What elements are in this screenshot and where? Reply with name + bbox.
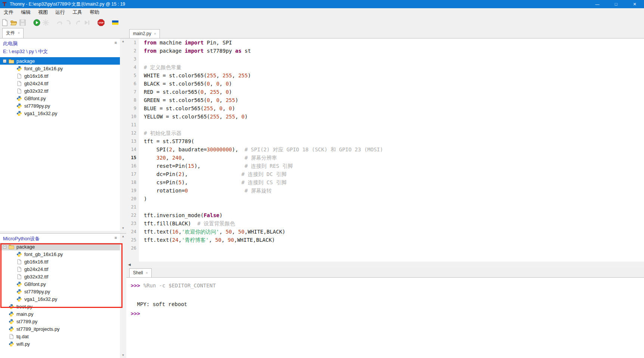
editor-line[interactable]: 2 from package import st7789py as st [126,47,644,55]
title-bar: Thonny - E:\esp32\py\st7789中文显示\main2.py… [0,0,644,8]
files-scrollbar[interactable]: ▲ ▼ [120,38,126,231]
menu-icon[interactable]: ≡ [115,235,117,240]
python-icon [9,304,14,309]
editor-line[interactable]: 6 BLACK = st.color565(0, 0, 0) [126,80,644,88]
line-number: 8 [126,96,139,104]
tree-row[interactable]: boot.py [0,303,120,310]
tree-row[interactable]: gb16x16.ttf [0,258,120,265]
editor-line[interactable]: 9 BLUE = st.color565(255, 0, 0) [126,104,644,112]
scroll-down-icon[interactable]: ▼ [122,354,125,357]
tree-row[interactable]: vga1_16x32.py [0,109,120,117]
ukraine-flag-button[interactable] [111,18,120,27]
tree-row[interactable]: main.py [0,310,120,318]
editor-line[interactable]: 20 ) [126,195,644,203]
this-computer-link[interactable]: 此电脑 [3,41,18,46]
tree-row[interactable]: vga1_16x32.py [0,295,120,303]
tree-row[interactable]: st7789py.py [0,288,120,295]
python-icon [9,311,14,317]
device-scrollbar[interactable]: ▲ ▼ [120,234,126,358]
maximize-button[interactable]: □ [607,0,625,8]
tree-row[interactable]: gb32x32.ttf [0,273,120,280]
step-over-button [55,18,64,27]
editor-line[interactable]: 11 [126,121,644,129]
collapse-icon[interactable] [3,245,6,249]
tab-shell[interactable]: Shell × [129,268,152,277]
menu-item-1[interactable]: 编辑 [17,8,34,16]
menu-item-5[interactable]: 帮助 [86,8,103,16]
scroll-up-icon[interactable]: ▲ [122,40,125,43]
editor-line[interactable]: 16 reset=Pin(15), # 连接到 RES 引脚 [126,162,644,170]
tree-row[interactable]: GBfont.py [0,95,120,102]
scroll-down-icon[interactable]: ▼ [122,226,125,230]
editor-line[interactable]: 14 SPI(2, baudrate=30000000), # SPI(2) 对… [126,145,644,154]
tab-files[interactable]: 文件 × [2,28,24,38]
editor-line[interactable]: 15 320, 240, # 屏幕分辨率 [126,154,644,162]
editor-line[interactable]: 3 [126,55,644,63]
file-icon [16,73,22,79]
line-number: 4 [126,63,139,71]
run-button[interactable] [32,18,41,27]
tree-row[interactable]: tq.dat [0,333,120,340]
window-controls: —□✕ [588,0,644,8]
editor-line[interactable]: 8 GREEN = st.color565(0, 0, 255) [126,96,644,104]
files-path[interactable]: E: \ esp32 \ py \ 中文 [0,47,120,57]
tree-row[interactable]: st7789.py [0,318,120,325]
editor-line[interactable]: 13 tft = st.ST7789( [126,137,644,145]
editor-line[interactable]: 21 [126,203,644,211]
editor-line[interactable]: 22 tft.inversion_mode(False) [126,211,644,219]
scroll-left-icon[interactable]: ◀ [128,263,131,266]
editor-horizontal-scrollbar[interactable]: ◀ [126,262,644,268]
editor-line[interactable]: 4 # 定义颜色常量 [126,63,644,71]
line-number: 25 [126,236,139,244]
editor-line[interactable]: 1 from machine import Pin, SPI [126,38,644,47]
menu-item-2[interactable]: 视图 [34,8,52,16]
file-icon [16,274,22,280]
collapse-icon[interactable] [3,59,6,63]
minimize-button[interactable]: — [588,0,607,8]
close-icon[interactable]: × [146,271,148,275]
close-icon[interactable]: × [154,32,156,36]
micropython-device-link[interactable]: MicroPython设备 [3,236,40,241]
tree-row[interactable]: st7789_itprojects.py [0,325,120,333]
tree-row[interactable]: font_gb_16x16.py [0,65,120,72]
editor-line[interactable]: 18 cs=Pin(5), # 连接到 CS 引脚 [126,178,644,186]
close-icon[interactable]: × [18,31,20,35]
tree-row[interactable]: GBfont.py [0,280,120,288]
code-editor[interactable]: 1 from machine import Pin, SPI 2 from pa… [126,38,644,262]
editor-line[interactable]: 23 tft.fill(BLACK) # 设置背景颜色 [126,219,644,228]
python-icon [16,111,22,116]
tree-row[interactable]: gb16x16.ttf [0,72,120,80]
tree-row[interactable]: font_gb_16x16.py [0,250,120,258]
editor-line[interactable]: 7 RED = st.color565(0, 255, 0) [126,88,644,96]
new-file-button[interactable] [0,18,9,27]
editor-line[interactable]: 26 [126,244,644,252]
tree-row[interactable]: st7789py.py [0,102,120,109]
tree-row[interactable]: gb24x24.ttf [0,80,120,87]
editor-line[interactable]: 24 tft.text(16,'欢迎你的访问', 50, 50,WHITE,BL… [126,228,644,236]
tree-row-package[interactable]: package [0,57,120,65]
python-icon [16,96,22,101]
editor-line[interactable]: 25 tft.text(24,'青柠博客', 50, 90,WHITE,BLAC… [126,236,644,244]
editor-line[interactable]: 17 dc=Pin(2), # 连接到 DC 引脚 [126,170,644,178]
menu-item-3[interactable]: 运行 [52,8,69,16]
menu-item-4[interactable]: 工具 [69,8,86,16]
tree-row[interactable]: wifi.py [0,340,120,348]
menu-icon[interactable]: ≡ [115,40,117,45]
menu-item-0[interactable]: 文件 [0,8,17,16]
tree-row-package[interactable]: package [0,243,120,250]
editor-line[interactable]: 10 YELLOW = st.color565(255, 255, 0) [126,112,644,121]
device-panel: MicroPython设备 ≡ package font_gb_16x16.py… [0,233,126,358]
editor-line[interactable]: 5 WHITE = st.color565(255, 255, 255) [126,71,644,80]
python-icon [16,289,22,294]
shell-output[interactable]: >>> %Run -c $EDITOR_CONTENT MPY: soft re… [126,277,644,358]
shell-line: >>> [131,311,644,320]
tree-row[interactable]: gb24x24.ttf [0,265,120,273]
tree-row[interactable]: gb32x32.ttf [0,87,120,95]
editor-line[interactable]: 12 # 初始化显示器 [126,129,644,137]
stop-button[interactable]: STOP [96,18,105,27]
tab-main2py[interactable]: main2.py × [129,29,160,38]
scroll-up-icon[interactable]: ▲ [122,235,125,238]
close-button[interactable]: ✕ [625,0,644,8]
open-file-button[interactable] [9,18,18,27]
editor-line[interactable]: 19 rotation=0 # 屏幕旋转 [126,186,644,195]
